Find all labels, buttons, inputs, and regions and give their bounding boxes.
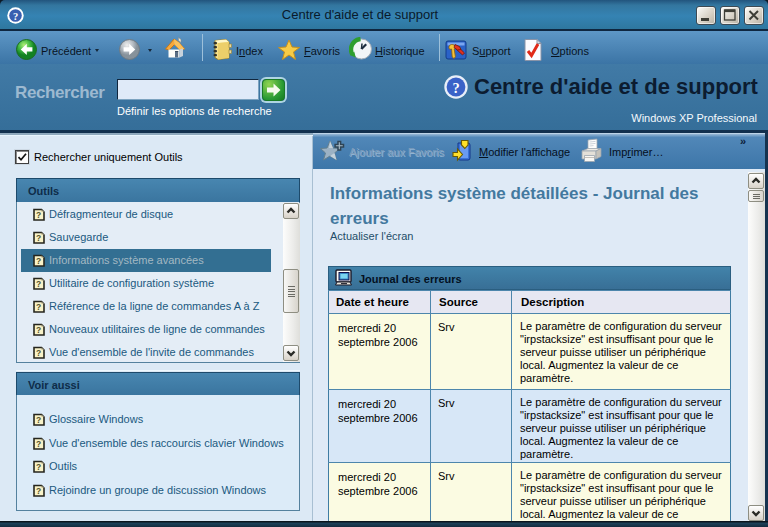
svg-text:?: ? bbox=[36, 233, 41, 243]
svg-text:?: ? bbox=[36, 486, 41, 496]
svg-text:?: ? bbox=[36, 462, 41, 472]
svg-text:?: ? bbox=[36, 279, 41, 289]
svg-text:?: ? bbox=[36, 210, 41, 220]
svg-text:?: ? bbox=[13, 11, 18, 22]
svg-text:?: ? bbox=[36, 325, 41, 335]
svg-text:?: ? bbox=[36, 348, 41, 358]
svg-text:?: ? bbox=[452, 80, 459, 96]
svg-text:?: ? bbox=[36, 439, 41, 449]
svg-text:?: ? bbox=[36, 256, 41, 266]
svg-text:?: ? bbox=[36, 302, 41, 312]
svg-text:?: ? bbox=[36, 415, 41, 425]
